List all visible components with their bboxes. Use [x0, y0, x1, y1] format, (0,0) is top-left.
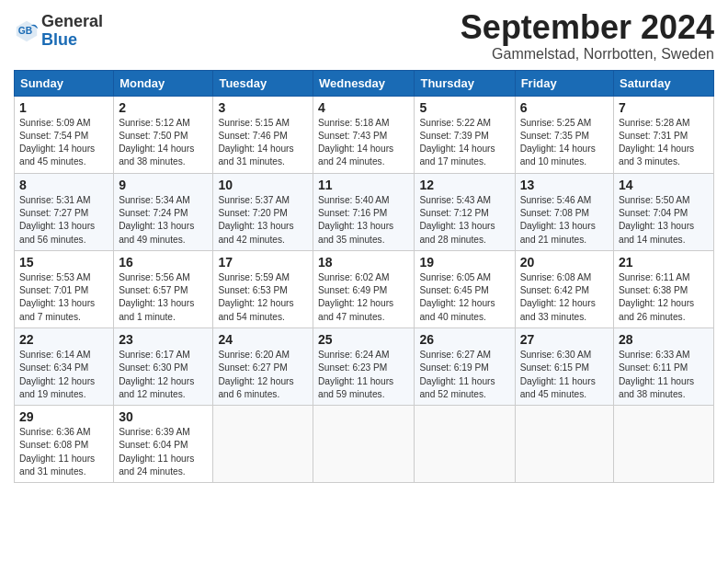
day-number: 3 — [218, 100, 308, 115]
sunrise-text: Sunrise: 6:20 AM — [218, 350, 290, 360]
sunset-text: Sunset: 7:31 PM — [619, 131, 688, 141]
daylight-text: Daylight: 14 hours and 3 minutes. — [619, 144, 694, 167]
sunset-text: Sunset: 7:16 PM — [318, 208, 387, 218]
cell-content: Sunrise: 6:27 AM Sunset: 6:19 PM Dayligh… — [419, 349, 509, 401]
day-number: 24 — [218, 332, 308, 347]
daylight-text: Daylight: 12 hours and 19 minutes. — [19, 376, 95, 399]
logo-blue: Blue — [41, 30, 77, 49]
cell-content: Sunrise: 5:46 AM Sunset: 7:08 PM Dayligh… — [520, 194, 609, 247]
cell-content: Sunrise: 6:30 AM Sunset: 6:15 PM Dayligh… — [520, 349, 609, 401]
calendar-cell: 3 Sunrise: 5:15 AM Sunset: 7:46 PM Dayli… — [213, 96, 313, 173]
sunrise-text: Sunrise: 6:39 AM — [119, 427, 190, 437]
sunrise-text: Sunrise: 6:02 AM — [318, 272, 390, 282]
calendar-cell: 6 Sunrise: 5:25 AM Sunset: 7:35 PM Dayli… — [515, 96, 613, 173]
sunset-text: Sunset: 6:27 PM — [218, 362, 287, 373]
sunrise-text: Sunrise: 5:53 AM — [19, 272, 91, 282]
day-number: 6 — [520, 100, 609, 115]
calendar-cell: 26 Sunrise: 6:27 AM Sunset: 6:19 PM Dayl… — [415, 327, 515, 405]
sunrise-text: Sunrise: 5:50 AM — [619, 195, 690, 205]
cell-content: Sunrise: 5:53 AM Sunset: 7:01 PM Dayligh… — [19, 271, 108, 324]
sunset-text: Sunset: 7:01 PM — [19, 285, 88, 295]
daylight-text: Daylight: 13 hours and 35 minutes. — [318, 221, 393, 244]
cell-content: Sunrise: 6:11 AM Sunset: 6:38 PM Dayligh… — [619, 271, 709, 324]
daylight-text: Daylight: 11 hours and 31 minutes. — [19, 454, 95, 477]
cell-content: Sunrise: 6:24 AM Sunset: 6:23 PM Dayligh… — [318, 349, 409, 401]
calendar-cell: 29 Sunrise: 6:36 AM Sunset: 6:08 PM Dayl… — [15, 406, 114, 483]
calendar-cell — [213, 406, 313, 483]
sunset-text: Sunset: 6:42 PM — [520, 285, 589, 295]
daylight-text: Daylight: 13 hours and 42 minutes. — [218, 221, 293, 244]
daylight-text: Daylight: 13 hours and 14 minutes. — [619, 221, 694, 244]
sunrise-text: Sunrise: 5:59 AM — [218, 272, 290, 282]
day-header-friday: Friday — [515, 70, 613, 96]
daylight-text: Daylight: 12 hours and 40 minutes. — [419, 298, 495, 321]
sunset-text: Sunset: 7:08 PM — [520, 208, 589, 218]
calendar-cell: 21 Sunrise: 6:11 AM Sunset: 6:38 PM Dayl… — [614, 250, 714, 327]
cell-content: Sunrise: 5:40 AM Sunset: 7:16 PM Dayligh… — [318, 194, 409, 247]
day-number: 7 — [619, 100, 709, 115]
daylight-text: Daylight: 12 hours and 47 minutes. — [318, 298, 393, 321]
cell-content: Sunrise: 5:59 AM Sunset: 6:53 PM Dayligh… — [218, 271, 308, 324]
sunset-text: Sunset: 6:04 PM — [119, 440, 188, 450]
daylight-text: Daylight: 14 hours and 38 minutes. — [119, 144, 194, 167]
sunrise-text: Sunrise: 5:09 AM — [19, 118, 91, 128]
sunrise-text: Sunrise: 5:28 AM — [619, 118, 690, 128]
sunrise-text: Sunrise: 5:56 AM — [119, 272, 190, 282]
cell-content: Sunrise: 5:34 AM Sunset: 7:24 PM Dayligh… — [119, 194, 208, 247]
calendar-cell: 14 Sunrise: 5:50 AM Sunset: 7:04 PM Dayl… — [614, 173, 714, 250]
location-title: Gammelstad, Norrbotten, Sweden — [461, 46, 714, 63]
calendar-week-4: 29 Sunrise: 6:36 AM Sunset: 6:08 PM Dayl… — [15, 406, 714, 483]
calendar-cell: 17 Sunrise: 5:59 AM Sunset: 6:53 PM Dayl… — [213, 250, 313, 327]
day-number: 13 — [520, 178, 609, 192]
day-header-saturday: Saturday — [614, 70, 714, 96]
calendar-cell: 16 Sunrise: 5:56 AM Sunset: 6:57 PM Dayl… — [114, 250, 213, 327]
calendar-week-1: 8 Sunrise: 5:31 AM Sunset: 7:27 PM Dayli… — [15, 173, 714, 250]
sunrise-text: Sunrise: 5:40 AM — [318, 195, 390, 205]
cell-content: Sunrise: 6:33 AM Sunset: 6:11 PM Dayligh… — [619, 349, 709, 401]
calendar-cell: 9 Sunrise: 5:34 AM Sunset: 7:24 PM Dayli… — [114, 173, 213, 250]
calendar-cell — [415, 406, 515, 483]
daylight-text: Daylight: 11 hours and 52 minutes. — [419, 376, 495, 399]
day-header-tuesday: Tuesday — [213, 70, 313, 96]
calendar-cell: 18 Sunrise: 6:02 AM Sunset: 6:49 PM Dayl… — [313, 250, 415, 327]
day-number: 28 — [619, 332, 709, 347]
calendar-cell: 20 Sunrise: 6:08 AM Sunset: 6:42 PM Dayl… — [515, 250, 613, 327]
day-number: 10 — [218, 178, 308, 192]
logo-general: General — [41, 12, 103, 30]
sunrise-text: Sunrise: 5:31 AM — [19, 195, 91, 205]
calendar-cell: 22 Sunrise: 6:14 AM Sunset: 6:34 PM Dayl… — [15, 327, 114, 405]
day-number: 2 — [119, 100, 208, 115]
cell-content: Sunrise: 6:14 AM Sunset: 6:34 PM Dayligh… — [19, 349, 108, 401]
day-number: 15 — [19, 255, 108, 270]
cell-content: Sunrise: 5:31 AM Sunset: 7:27 PM Dayligh… — [19, 194, 108, 247]
day-number: 27 — [520, 332, 609, 347]
calendar-cell: 12 Sunrise: 5:43 AM Sunset: 7:12 PM Dayl… — [415, 173, 515, 250]
sunset-text: Sunset: 6:53 PM — [218, 285, 287, 295]
sunrise-text: Sunrise: 6:36 AM — [19, 427, 91, 437]
daylight-text: Daylight: 12 hours and 6 minutes. — [218, 376, 293, 399]
cell-content: Sunrise: 5:09 AM Sunset: 7:54 PM Dayligh… — [19, 117, 108, 169]
sunrise-text: Sunrise: 6:08 AM — [520, 272, 592, 282]
sunset-text: Sunset: 6:38 PM — [619, 285, 688, 295]
sunset-text: Sunset: 6:57 PM — [119, 285, 188, 295]
daylight-text: Daylight: 14 hours and 24 minutes. — [318, 144, 393, 167]
sunset-text: Sunset: 7:35 PM — [520, 131, 589, 141]
daylight-text: Daylight: 14 hours and 45 minutes. — [19, 144, 95, 167]
sunset-text: Sunset: 7:27 PM — [19, 208, 88, 218]
sunset-text: Sunset: 7:54 PM — [19, 131, 88, 141]
cell-content: Sunrise: 5:28 AM Sunset: 7:31 PM Dayligh… — [619, 117, 709, 169]
sunrise-text: Sunrise: 6:14 AM — [19, 350, 91, 360]
sunset-text: Sunset: 7:43 PM — [318, 131, 387, 141]
calendar-table: SundayMondayTuesdayWednesdayThursdayFrid… — [14, 70, 714, 484]
sunrise-text: Sunrise: 6:27 AM — [419, 350, 491, 360]
sunset-text: Sunset: 7:12 PM — [419, 208, 488, 218]
cell-content: Sunrise: 6:05 AM Sunset: 6:45 PM Dayligh… — [419, 271, 509, 324]
calendar-cell: 24 Sunrise: 6:20 AM Sunset: 6:27 PM Dayl… — [213, 327, 313, 405]
cell-content: Sunrise: 5:22 AM Sunset: 7:39 PM Dayligh… — [419, 117, 509, 169]
title-block: September 2024 Gammelstad, Norrbotten, S… — [461, 9, 714, 63]
daylight-text: Daylight: 14 hours and 31 minutes. — [218, 144, 293, 167]
cell-content: Sunrise: 5:12 AM Sunset: 7:50 PM Dayligh… — [119, 117, 208, 169]
logo: GB General Blue — [14, 13, 103, 50]
day-header-monday: Monday — [114, 70, 213, 96]
day-number: 20 — [520, 255, 609, 270]
